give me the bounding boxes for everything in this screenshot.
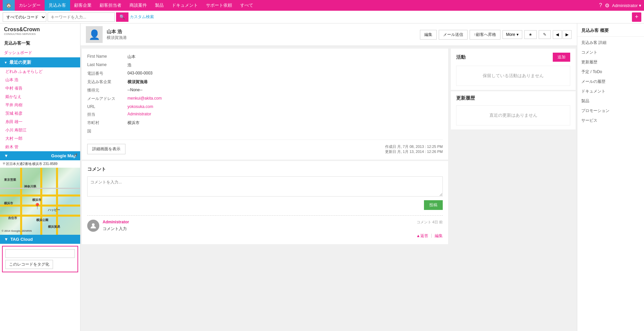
detail-row: First Name山本 (87, 54, 443, 60)
right-sidebar-title: 見込み客 概要 (577, 27, 644, 37)
nav-contacts[interactable]: 顧客担当者 (96, 0, 125, 11)
right-sidebar-item[interactable]: メールの履歴 (577, 77, 644, 87)
detail-footer: 詳細画面を表示 作成日 月, 7月 08, 2013 : 12:25 PM 更新… (87, 140, 443, 154)
tag-cloud-body: このレコードをタグ化 (2, 246, 78, 272)
recent-item[interactable]: 鈴木 管 (0, 143, 80, 151)
detail-row: 獲得元--None-- (87, 88, 443, 93)
more-label: More (506, 32, 515, 37)
detail-label: 電話番号 (87, 71, 127, 76)
show-detail-button[interactable]: 詳細画面を表示 (87, 144, 125, 154)
nav-leads[interactable]: 見込み客 (45, 0, 70, 11)
right-sidebar-item[interactable]: 予定 / ToDo (577, 67, 644, 77)
nav-opportunities[interactable]: 商談案件 (125, 0, 151, 11)
detail-row: 国 (87, 128, 443, 134)
recent-item[interactable]: 姫かなえ (0, 93, 80, 101)
recent-item[interactable]: どれみ ふぁそらしど (0, 67, 80, 76)
nav-products[interactable]: 製品 (151, 0, 168, 11)
help-icon[interactable]: ? (599, 2, 602, 8)
google-map: 東京営業 神奈川県 横浜市 横浜市 ハッピー 吉住市 横浜公園 横浜貿易 📍 ©… (0, 168, 80, 235)
google-map-header[interactable]: ▼ Google Map ↺ (0, 151, 80, 160)
comment-submit-button[interactable]: 投稿 (424, 200, 443, 210)
created-date: 作成日 月, 7月 08, 2013 : 12:25 PM (385, 144, 443, 149)
star-button[interactable]: ★ (524, 30, 537, 39)
detail-value[interactable]: menkui@akita.com (127, 96, 162, 102)
recent-item[interactable]: 糸田 雄一 (0, 118, 80, 126)
search-group: すべてのレコード 🔍 カスタム検索 (3, 12, 154, 22)
edit-button[interactable]: 編集 (420, 30, 437, 40)
right-sidebar-item[interactable]: サービス (577, 116, 644, 125)
prev-record-button[interactable]: ◀ (553, 30, 562, 39)
comment-text: コメント入力 (103, 226, 443, 232)
nav-support[interactable]: サポート依頼 (202, 0, 236, 11)
nav-documents[interactable]: ドキュメント (168, 0, 202, 11)
record-name: 山本 浩 (107, 29, 416, 35)
detail-row: 市町村横浜市 (87, 120, 443, 126)
tag-record-button[interactable]: このレコードをタグ化 (5, 260, 53, 269)
recent-item[interactable]: 山本 浩 (0, 76, 80, 84)
search-button[interactable]: 🔍 (116, 12, 128, 22)
activity-history-col: 活動 追加 保留している活動はありません 更新履歴 直近の更新はありません (449, 47, 577, 245)
send-mail-button[interactable]: メール送信 (439, 30, 468, 40)
reply-link[interactable]: ▲返答 (416, 233, 428, 239)
next-record-button[interactable]: ▶ (562, 30, 572, 39)
right-sidebar-item[interactable]: ドキュメント (577, 87, 644, 96)
main-layout: Cross&Crown CONSULTING SERVICES 見込み客一覧 ダ… (0, 23, 644, 331)
edit-comment-link[interactable]: 編集 (435, 233, 443, 239)
detail-label: 市町村 (87, 120, 127, 126)
right-sidebar-item[interactable]: 製品 (577, 96, 644, 106)
edit-icon-button[interactable]: ✎ (539, 30, 551, 39)
tag-cloud-header[interactable]: ▼ TAG Cloud (0, 235, 80, 244)
nav-all[interactable]: すべて (236, 0, 257, 11)
comment-input[interactable] (87, 176, 443, 197)
detail-label: 担当 (87, 112, 127, 117)
nav-arrows: ◀ ▶ (553, 30, 572, 39)
right-sidebar-item[interactable]: プロモーション (577, 106, 644, 116)
search-input[interactable] (48, 12, 115, 22)
tag-input[interactable] (5, 249, 75, 258)
recent-updates-header[interactable]: ▼ 最近の更新 (0, 57, 80, 67)
right-sidebar-items: 見込み客 詳細コメント更新履歴予定 / ToDoメールの履歴ドキュメント製品プロ… (577, 38, 644, 125)
nav-calendar[interactable]: カレンダー (15, 0, 45, 11)
detail-label: 見込み客企業 (87, 79, 127, 85)
nav-home[interactable]: 🏠 (3, 0, 15, 11)
sub-nav: すべてのレコード 🔍 カスタム検索 + (0, 11, 644, 23)
detail-value[interactable]: yokosuka.com (127, 104, 153, 109)
map-refresh-icon[interactable]: ↺ (73, 153, 77, 158)
record-avatar: 👤 (86, 26, 103, 43)
right-sidebar-item[interactable]: 更新履歴 (577, 57, 644, 67)
admin-menu[interactable]: Administrator ▾ (612, 3, 641, 8)
tag-cloud-label: TAG Cloud (10, 237, 33, 242)
custom-search-link[interactable]: カスタム検索 (130, 14, 154, 20)
comment-header-row: Administrator コメント 4日 前 (103, 220, 443, 225)
detail-value: 横須賀漁港 (127, 79, 148, 85)
recent-item[interactable]: 平井 尚樹 (0, 101, 80, 109)
detail-value: 043-000-0003 (127, 71, 153, 76)
right-sidebar-item[interactable]: コメント (577, 48, 644, 57)
more-button[interactable]: More ▾ (502, 30, 522, 39)
dashboard-link[interactable]: ダッシュボード (0, 48, 80, 57)
comment-body: Administrator コメント 4日 前 コメント入力 ▲返答 | 編集 (103, 220, 443, 239)
recent-item[interactable]: 小川 寿部江 (0, 126, 80, 134)
comments-list: Administrator コメント 4日 前 コメント入力 ▲返答 | 編集 (87, 215, 443, 239)
recent-items-list: どれみ ふぁそらしど山本 浩中村 省吾姫かなえ平井 尚樹茨城 裕彦糸田 雄一小川… (0, 67, 80, 151)
activity-panel-header: 活動 追加 (456, 53, 570, 62)
detail-value[interactable]: Administrator (127, 112, 151, 117)
record-info: 山本 浩 横須賀漁港 (107, 29, 416, 41)
recent-item[interactable]: 茨城 裕彦 (0, 109, 80, 118)
activity-add-button[interactable]: 追加 (553, 53, 570, 62)
add-record-button[interactable]: + (632, 12, 641, 22)
recent-item[interactable]: 中村 省吾 (0, 84, 80, 93)
header-actions: 編集 メール送信 ↑顧客へ昇格 More ▾ ★ ✎ ◀ ▶ (420, 30, 572, 40)
right-sidebar-item[interactable]: 見込み客 詳細 (577, 38, 644, 48)
activity-empty: 保留している活動はありません (456, 66, 570, 86)
history-title: 更新履歴 (456, 95, 475, 101)
gear-icon[interactable]: ⚙ (605, 2, 609, 9)
nav-accounts[interactable]: 顧客企業 (70, 0, 96, 11)
recent-item[interactable]: 大村 一郎 (0, 134, 80, 143)
record-type-select[interactable]: すべてのレコード (3, 12, 46, 22)
main-content: 👤 山本 浩 横須賀漁港 編集 メール送信 ↑顧客へ昇格 More ▾ ★ ✎ (80, 23, 577, 331)
convert-button[interactable]: ↑顧客へ昇格 (470, 30, 500, 40)
detail-value: --None-- (127, 88, 143, 93)
comment-item: Administrator コメント 4日 前 コメント入力 ▲返答 | 編集 (87, 215, 443, 239)
comment-actions: ▲返答 | 編集 (103, 233, 443, 239)
